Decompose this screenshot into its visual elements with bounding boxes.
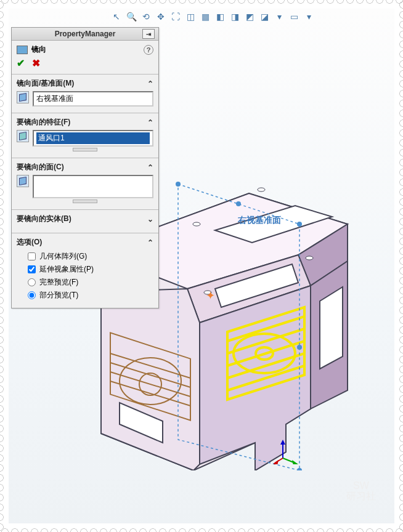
section-mirror-plane[interactable]: 镜向面/基准面(M) ⌃ [17,78,153,89]
mirror-icon [17,46,28,54]
tool-view-icon[interactable]: ◧ [214,11,226,22]
panel-title-bar: PropertyManager ⇥ [12,28,158,41]
svg-marker-28 [274,460,279,464]
section-faces[interactable]: 要镜向的面(C) ⌃ [17,162,153,172]
origin-marker: ✦ [206,289,215,302]
tool-zoom-icon[interactable]: 🔍 [126,11,137,22]
plane-selector-icon[interactable] [17,91,29,103]
svg-line-25 [283,458,295,463]
svg-point-0 [193,222,200,226]
svg-point-19 [297,222,302,227]
ok-button[interactable]: ✔ [17,57,25,69]
cancel-button[interactable]: ✖ [32,57,40,69]
svg-line-6 [110,353,190,378]
tool-display-icon[interactable]: ▾ [303,11,314,22]
svg-line-7 [110,363,190,387]
svg-line-9 [110,381,190,406]
feature-selector-icon[interactable] [17,130,29,142]
panel-title: PropertyManager [55,30,116,38]
tool-menu-icon[interactable]: ▾ [274,11,285,22]
tool-view-icon[interactable]: ◪ [259,11,270,22]
chevron-up-icon: ⌃ [147,163,153,172]
svg-point-2 [204,291,211,294]
svg-line-16 [227,353,304,378]
tool-rotate-icon[interactable]: ⟲ [140,11,152,22]
svg-point-3 [258,188,265,191]
svg-line-14 [227,329,304,353]
chevron-down-icon: ⌄ [147,215,153,224]
propagate-checkbox[interactable] [28,265,36,273]
svg-point-12 [234,334,295,373]
geom-pattern-checkbox[interactable] [28,252,36,260]
svg-point-5 [139,373,161,395]
svg-line-8 [110,372,190,397]
faces-field[interactable] [33,175,153,198]
chevron-up-icon: ⌃ [147,118,153,127]
chevron-up-icon: ⌃ [147,238,153,247]
chevron-up-icon: ⌃ [147,79,153,88]
view-triad[interactable] [274,440,298,464]
tool-pan-icon[interactable]: ✥ [155,11,166,22]
help-icon[interactable]: ? [144,45,153,55]
svg-point-21 [297,468,302,470]
svg-point-10 [120,358,181,405]
features-field[interactable]: 通风口1 [33,130,153,147]
tool-section-icon[interactable]: ◫ [185,11,196,22]
svg-marker-24 [280,440,285,445]
tool-view-icon[interactable]: ◩ [244,11,255,22]
mirror-plane-field[interactable]: 右视基准面 [33,91,153,107]
section-bodies[interactable]: 要镜向的实体(B) ⌄ [17,214,153,224]
svg-marker-26 [292,460,298,464]
full-preview-radio[interactable] [28,278,36,286]
opt-full-preview[interactable]: 完整预览(F) [17,276,153,289]
view-toolbar: ↖ 🔍 ⟲ ✥ ⛶ ◫ ▦ ◧ ◨ ◩ ◪ ▾ ▭ ▾ [111,11,314,22]
opt-partial-preview[interactable]: 部分预览(T) [17,289,153,302]
command-name: 镜向 [31,44,46,55]
resize-handle[interactable] [73,148,97,151]
face-selector-icon[interactable] [17,175,29,187]
tool-fit-icon[interactable]: ⛶ [170,11,181,22]
svg-point-1 [306,256,313,260]
svg-rect-4 [110,332,190,420]
svg-line-27 [275,458,283,463]
tool-view-icon[interactable]: ▦ [200,11,211,22]
svg-point-20 [236,201,241,206]
svg-point-22 [297,345,302,350]
partial-preview-radio[interactable] [28,291,36,299]
tool-display-icon[interactable]: ▭ [288,11,299,22]
tool-arrow-icon[interactable]: ↖ [111,11,122,22]
svg-point-18 [176,182,181,187]
tool-view-icon[interactable]: ◨ [229,11,240,22]
section-options[interactable]: 选项(O) ⌃ [17,237,153,248]
resize-handle[interactable] [73,200,97,203]
svg-line-13 [227,316,304,341]
svg-point-11 [256,347,273,360]
plane-label: 右视基准面 [238,215,281,226]
watermark: SW 研习社 [346,480,376,502]
pin-icon[interactable]: ⇥ [142,29,155,39]
svg-line-17 [227,366,304,390]
command-title-row: 镜向 ? [12,41,158,56]
section-features[interactable]: 要镜向的特征(F) ⌃ [17,117,153,127]
opt-propagate[interactable]: 延伸视象属性(P) [17,263,153,276]
feature-item[interactable]: 通风口1 [36,132,150,144]
opt-geom-pattern[interactable]: 几何体阵列(G) [17,250,153,263]
svg-line-15 [227,341,304,366]
property-manager-panel: PropertyManager ⇥ 镜向 ? ✔ ✖ 镜向面/基准面(M) ⌃ … [11,27,159,308]
